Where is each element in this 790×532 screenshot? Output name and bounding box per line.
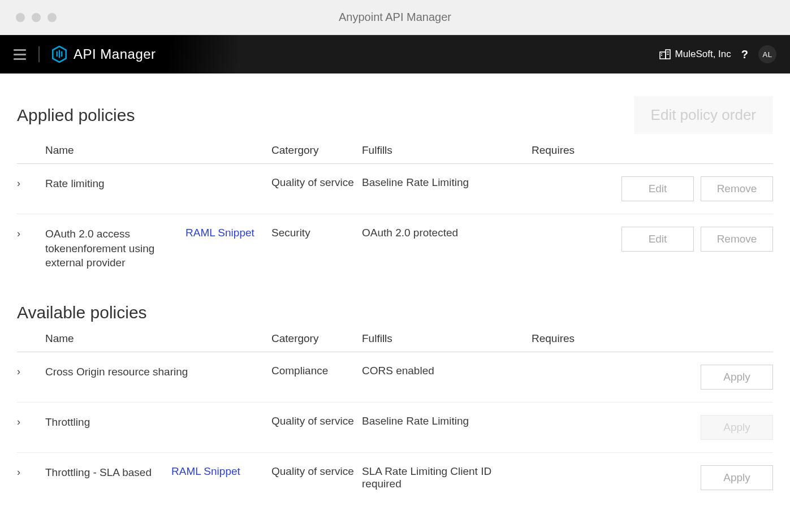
traffic-light-minimize[interactable]: [32, 13, 41, 22]
policy-fulfills: CORS enabled: [362, 365, 532, 377]
policy-name: Throttling: [45, 415, 90, 430]
policy-fulfills: Baseline Rate Limiting: [362, 176, 532, 189]
edit-policy-order-button[interactable]: Edit policy order: [634, 96, 773, 134]
divider: [38, 46, 40, 62]
available-table: Name Catergory Fulfills Requires › Cross…: [17, 332, 773, 503]
col-fulfills: Fulfills: [362, 332, 532, 345]
hamburger-menu-icon[interactable]: [14, 49, 26, 60]
chevron-right-icon[interactable]: ›: [17, 227, 45, 240]
applied-table: Name Catergory Fulfills Requires › Rate …: [17, 144, 773, 283]
col-name: Name: [45, 144, 271, 157]
policy-fulfills: SLA Rate Limiting Client ID required: [362, 465, 532, 490]
content: Applied policies Edit policy order Name …: [0, 73, 790, 514]
table-row: › Throttling Quality of service Baseline…: [17, 403, 773, 453]
col-category: Catergory: [271, 144, 362, 157]
traffic-lights: [16, 13, 57, 22]
policy-category: Quality of service: [271, 176, 362, 189]
org-switcher[interactable]: MuleSoft, Inc: [659, 49, 731, 60]
svg-rect-0: [660, 52, 666, 59]
col-name: Name: [45, 332, 271, 345]
policy-name: Rate limiting: [45, 176, 181, 191]
apply-button: Apply: [701, 415, 773, 440]
remove-button[interactable]: Remove: [701, 176, 773, 201]
chevron-right-icon[interactable]: ›: [17, 415, 45, 428]
building-icon: [659, 49, 671, 59]
col-requires: Requires: [532, 144, 599, 157]
apply-button[interactable]: Apply: [701, 465, 773, 490]
table-row: › Throttling - SLA based RAML Snippet Qu…: [17, 453, 773, 503]
col-category: Catergory: [271, 332, 362, 345]
apply-button[interactable]: Apply: [701, 365, 773, 390]
mulesoft-logo-icon: [52, 46, 67, 63]
traffic-light-close[interactable]: [16, 13, 25, 22]
col-fulfills: Fulfills: [362, 144, 532, 157]
top-bar: API Manager MuleSoft, Inc ? AL: [0, 35, 790, 73]
window-title: Anypoint API Manager: [0, 11, 790, 24]
policy-category: Quality of service: [271, 465, 362, 478]
raml-snippet-link[interactable]: RAML Snippet: [185, 227, 254, 239]
raml-snippet-link[interactable]: RAML Snippet: [171, 465, 240, 478]
window-chrome: Anypoint API Manager: [0, 0, 790, 35]
policy-name: Throttling - SLA based: [45, 465, 167, 480]
edit-button[interactable]: Edit: [621, 176, 694, 201]
traffic-light-zoom[interactable]: [48, 13, 57, 22]
chevron-right-icon[interactable]: ›: [17, 176, 45, 189]
policy-category: Security: [271, 227, 362, 239]
avatar-initials: AL: [763, 50, 772, 59]
table-row: › Rate limiting Quality of service Basel…: [17, 164, 773, 214]
policy-fulfills: Baseline Rate Limiting: [362, 415, 532, 427]
col-requires: Requires: [532, 332, 599, 345]
policy-category: Compliance: [271, 365, 362, 377]
policy-fulfills: OAuth 2.0 protected: [362, 227, 532, 239]
chevron-right-icon[interactable]: ›: [17, 365, 45, 378]
help-button[interactable]: ?: [741, 48, 748, 61]
applied-section-header: Applied policies Edit policy order: [17, 96, 773, 134]
policy-category: Quality of service: [271, 415, 362, 427]
available-section-header: Available policies: [17, 303, 773, 322]
org-name: MuleSoft, Inc: [675, 49, 731, 60]
edit-button[interactable]: Edit: [621, 227, 694, 252]
avatar[interactable]: AL: [758, 45, 776, 63]
table-row: › Cross Origin resource sharing Complian…: [17, 352, 773, 403]
available-table-header: Name Catergory Fulfills Requires: [17, 332, 773, 352]
policy-name: OAuth 2.0 access tokenenforement using e…: [45, 227, 181, 270]
applied-title: Applied policies: [17, 106, 135, 125]
available-title: Available policies: [17, 303, 147, 322]
app-title: API Manager: [74, 46, 156, 62]
policy-name: Cross Origin resource sharing: [45, 365, 188, 379]
chevron-right-icon[interactable]: ›: [17, 465, 45, 478]
applied-table-header: Name Catergory Fulfills Requires: [17, 144, 773, 164]
table-row: › OAuth 2.0 access tokenenforement using…: [17, 214, 773, 283]
remove-button[interactable]: Remove: [701, 227, 773, 252]
